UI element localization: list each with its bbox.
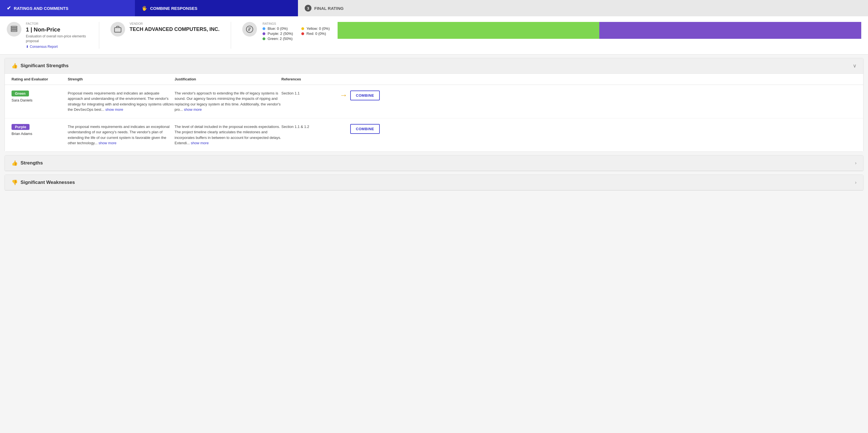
yellow-dot <box>301 27 304 30</box>
check-icon: ✔ <box>7 5 11 11</box>
tab1-label: RATINGS AND COMMENTS <box>14 6 68 11</box>
red-rating-text: Red: 0 (0%) <box>306 31 326 36</box>
factor-label: FACTOR <box>26 22 88 25</box>
row1-strength: Proposal meets requirements and indicate… <box>68 91 175 113</box>
row2-justification: The level of detail included in the prop… <box>175 124 281 146</box>
tab2-label: COMBINE RESPONSES <box>150 6 197 11</box>
factor-description: Evaluation of overall non-price elements… <box>26 34 88 43</box>
top-tabs: ✔ RATINGS AND COMMENTS 🖐 COMBINE RESPONS… <box>0 0 868 16</box>
sig-weaknesses-section: 👎 Significant Weaknesses › <box>4 175 864 191</box>
col-header-justification: Justification <box>175 77 281 81</box>
row1-strength-show-more[interactable]: show more <box>105 107 123 112</box>
yellow-rating-text: Yellow: 0 (0%) <box>306 26 330 31</box>
green-rating: Green: 2 (50%) <box>262 36 293 41</box>
row2-combine-button[interactable]: COMBINE <box>350 124 380 134</box>
col-header-action <box>338 77 380 81</box>
vendor-text: VENDOR TECH ADVANCED COMPUTERS, INC. <box>130 22 220 33</box>
strengths-section: 👍 Strengths › <box>4 155 864 171</box>
arrow-right-icon: → <box>340 91 347 100</box>
factor-title: 1 | Non-Price <box>26 26 88 33</box>
purple-dot <box>262 32 265 35</box>
yellow-rating: Yellow: 0 (0%) <box>301 26 332 31</box>
tab3-label: FINAL RATING <box>314 6 343 11</box>
download-icon: ⬇ <box>26 45 29 49</box>
row2-references: Section 1.1 & 1.2 <box>281 124 338 130</box>
row1-action: → COMBINE <box>338 91 380 100</box>
row1-evaluator-name: Sara Daniels <box>11 98 68 102</box>
sig-weaknesses-header[interactable]: 👎 Significant Weaknesses › <box>5 175 863 190</box>
table-row: Green Sara Daniels Proposal meets requir… <box>5 85 863 118</box>
tab-final-rating[interactable]: 3 FINAL RATING <box>298 0 868 16</box>
purple-rating: Purple: 2 (50%) <box>262 31 293 36</box>
strengths-thumbs-up-icon: 👍 <box>11 160 18 166</box>
row2-action: COMBINE <box>338 124 380 134</box>
table-header: Rating and Evaluator Strength Justificat… <box>5 74 863 85</box>
red-rating: Red: 0 (0%) <box>301 31 332 36</box>
sig-weaknesses-title: 👎 Significant Weaknesses <box>11 179 75 186</box>
blue-dot <box>262 27 265 30</box>
svg-rect-2 <box>11 30 17 32</box>
factor-block: FACTOR 1 | Non-Price Evaluation of overa… <box>7 22 99 49</box>
strengths-title-text: Strengths <box>21 160 43 166</box>
strengths-header[interactable]: 👍 Strengths › <box>5 155 863 171</box>
green-dot <box>262 37 265 40</box>
strengths-chevron: › <box>855 160 857 165</box>
info-section: FACTOR 1 | Non-Price Evaluation of overa… <box>0 16 868 55</box>
strengths-title: 👍 Strengths <box>11 160 43 166</box>
tab-ratings-comments[interactable]: ✔ RATINGS AND COMMENTS <box>0 0 135 16</box>
rating-bar <box>338 22 861 39</box>
row1-justification: The vendor's approach to extending the l… <box>175 91 281 113</box>
row2-badge: Purple <box>11 124 30 130</box>
svg-rect-1 <box>11 28 17 30</box>
row2-justification-show-more[interactable]: show more <box>191 141 209 145</box>
purple-rating-text: Purple: 2 (50%) <box>268 31 293 36</box>
green-rating-text: Green: 2 (50%) <box>268 36 292 41</box>
vendor-icon <box>111 22 125 36</box>
blue-rating-text: Blue: 0 (0%) <box>268 26 288 31</box>
sig-strengths-title: 👍 Significant Strengths <box>11 63 69 69</box>
sig-weaknesses-title-text: Significant Weaknesses <box>21 180 75 185</box>
row1-references: Section 1.1 <box>281 91 338 96</box>
row1-rating-evaluator: Green Sara Daniels <box>11 91 68 102</box>
ratings-block: RATINGS Blue: 0 (0%) Yellow: 0 (0%) Purp… <box>242 22 861 49</box>
row2-strength: The proposal meets requirements and indi… <box>68 124 175 146</box>
row1-justification-show-more[interactable]: show more <box>184 107 202 112</box>
blue-rating: Blue: 0 (0%) <box>262 26 293 31</box>
col-header-strength: Strength <box>68 77 175 81</box>
row2-rating-evaluator: Purple Brian Adams <box>11 124 68 136</box>
row2-strength-show-more[interactable]: show more <box>99 141 117 145</box>
vendor-name: TECH ADVANCED COMPUTERS, INC. <box>130 26 220 32</box>
consensus-link[interactable]: ⬇ Consensus Report <box>26 45 88 49</box>
combine-icon: 🖐 <box>142 6 147 11</box>
row2-evaluator-name: Brian Adams <box>11 132 68 136</box>
thumbs-down-icon: 👎 <box>11 179 18 186</box>
thumbs-up-icon: 👍 <box>11 63 18 69</box>
sig-strengths-section: 👍 Significant Strengths ∨ Rating and Eva… <box>4 58 864 152</box>
factor-icon <box>7 22 21 36</box>
table-row: Purple Brian Adams The proposal meets re… <box>5 118 863 152</box>
sig-strengths-chevron: ∨ <box>853 63 857 69</box>
col-header-references: References <box>281 77 338 81</box>
row1-badge: Green <box>11 91 29 96</box>
vendor-label: VENDOR <box>130 22 220 25</box>
ratings-details: RATINGS Blue: 0 (0%) Yellow: 0 (0%) Purp… <box>262 22 332 41</box>
ratings-label: RATINGS <box>262 22 332 25</box>
tab-combine-responses[interactable]: 🖐 COMBINE RESPONSES <box>135 0 298 16</box>
sig-strengths-title-text: Significant Strengths <box>21 63 69 69</box>
row1-combine-button[interactable]: COMBINE <box>350 91 380 100</box>
bar-green <box>338 22 599 39</box>
sig-strengths-header[interactable]: 👍 Significant Strengths ∨ <box>5 58 863 74</box>
ratings-icon <box>242 22 257 36</box>
bar-purple <box>599 22 861 39</box>
sig-weaknesses-chevron: › <box>855 180 857 185</box>
factor-text: FACTOR 1 | Non-Price Evaluation of overa… <box>26 22 88 49</box>
consensus-link-text: Consensus Report <box>30 45 58 49</box>
main-content: 👍 Significant Strengths ∨ Rating and Eva… <box>0 58 868 191</box>
red-dot <box>301 32 304 35</box>
tab3-number: 3 <box>305 5 311 11</box>
svg-rect-3 <box>115 28 121 32</box>
col-header-rating: Rating and Evaluator <box>11 77 68 81</box>
svg-rect-0 <box>11 26 17 28</box>
vendor-block: VENDOR TECH ADVANCED COMPUTERS, INC. <box>111 22 231 49</box>
